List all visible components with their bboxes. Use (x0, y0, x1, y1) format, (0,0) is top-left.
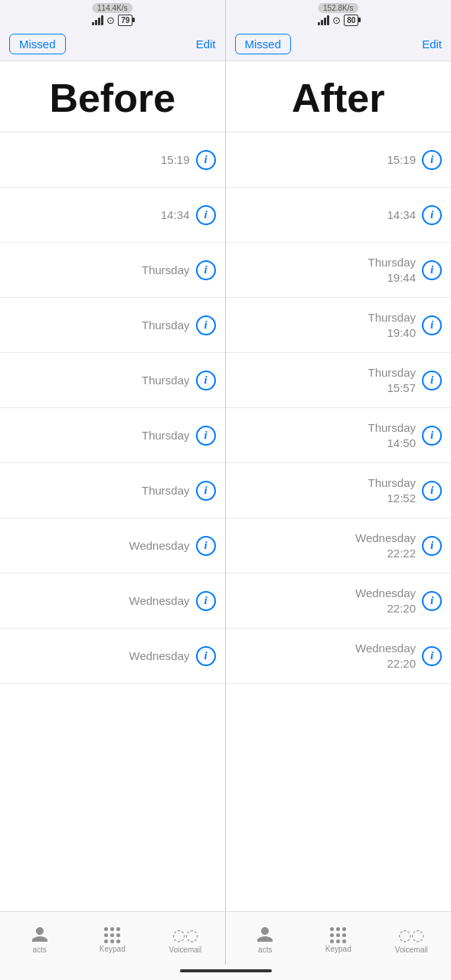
home-bar (180, 969, 272, 972)
call-item: Wednesday i (0, 518, 225, 573)
call-time: Wednesday 22:22 (355, 531, 416, 560)
call-time: 14:34 (387, 207, 416, 223)
info-icon[interactable]: i (196, 426, 216, 446)
info-icon[interactable]: i (422, 205, 442, 225)
missed-button-after[interactable]: Missed (235, 34, 292, 54)
keypad-icon-after (330, 927, 346, 943)
voicemail-label-after: Voicemail (395, 946, 428, 954)
call-item: Wednesday i (0, 629, 225, 684)
call-item: Thursday 19:44 i (226, 243, 452, 298)
status-pill-left: 114.4K/s (92, 3, 132, 13)
call-item: Wednesday i (0, 573, 225, 629)
info-icon[interactable]: i (422, 591, 442, 611)
call-item: Thursday i (0, 353, 225, 408)
tab-contacts-after[interactable]: acts (229, 926, 302, 954)
call-time: 14:34 (161, 207, 190, 223)
tab-keypad-before[interactable]: Keypad (76, 927, 149, 953)
tab-contacts-before[interactable]: acts (3, 926, 76, 954)
voicemail-icon-after: ◌◌ (398, 926, 424, 944)
panel-title-before: Before (0, 61, 225, 132)
tab-voicemail-after[interactable]: ◌◌ Voicemail (375, 926, 449, 954)
call-item: 15:19 i (0, 132, 225, 188)
keypad-label-before: Keypad (100, 945, 126, 953)
battery-left: 79 (118, 15, 132, 26)
call-time: Thursday (142, 263, 190, 278)
tab-bar-after: acts Keypad ◌◌ Voicemail (226, 912, 452, 965)
info-icon[interactable]: i (196, 371, 216, 390)
tab-bar: acts Keypad ◌◌ Voicemail acts (0, 911, 451, 965)
contacts-icon-after (256, 926, 274, 944)
info-icon[interactable]: i (196, 481, 216, 501)
panel-after: Missed Edit After 15:19 i 14:34 i Thursd… (226, 28, 452, 911)
call-time: Thursday 15:57 (368, 365, 416, 395)
keypad-label-after: Keypad (325, 945, 351, 953)
call-item: Thursday 19:40 i (226, 298, 452, 353)
status-bar-right: 152.8K/s ⊙ 80 (226, 0, 452, 28)
voicemail-label-before: Voicemail (169, 946, 202, 954)
info-icon[interactable]: i (422, 150, 442, 170)
call-time: Thursday 14:50 (368, 420, 416, 450)
missed-button-before[interactable]: Missed (9, 34, 66, 54)
info-icon[interactable]: i (422, 371, 442, 390)
call-time: 15:19 (387, 152, 416, 168)
call-time: Thursday 19:40 (368, 310, 416, 340)
call-list-after: 15:19 i 14:34 i Thursday 19:44 i Thursda… (226, 132, 452, 911)
call-item: 15:19 i (226, 132, 452, 188)
battery-right: 80 (344, 15, 358, 26)
edit-button-after[interactable]: Edit (422, 38, 442, 51)
call-item: Thursday 12:52 i (226, 463, 452, 518)
info-icon[interactable]: i (196, 315, 216, 335)
call-item: Thursday i (0, 463, 225, 518)
call-time: Wednesday 22:20 (355, 586, 416, 616)
call-time: Wednesday (129, 538, 190, 554)
call-time: Thursday (142, 318, 190, 333)
tab-voicemail-before[interactable]: ◌◌ Voicemail (149, 926, 221, 954)
keypad-icon-before (104, 927, 120, 943)
info-icon[interactable]: i (196, 646, 216, 666)
call-time: Thursday 19:44 (368, 255, 416, 285)
info-icon[interactable]: i (196, 260, 216, 280)
status-pill-right: 152.8K/s (318, 3, 358, 13)
panel-title-after: After (226, 61, 452, 132)
call-time: Wednesday (129, 593, 190, 609)
call-list-before: 15:19 i 14:34 i Thursday i Thursday i Th… (0, 132, 225, 911)
info-icon[interactable]: i (422, 315, 442, 335)
call-item: Wednesday 22:20 i (226, 573, 452, 629)
header-before: Missed Edit (0, 28, 225, 61)
signal-bars-left (92, 15, 103, 25)
edit-button-before[interactable]: Edit (196, 38, 216, 51)
wifi-icon-right: ⊙ (332, 15, 341, 26)
call-time: Thursday (142, 483, 190, 498)
info-icon[interactable]: i (196, 591, 216, 611)
call-item: Wednesday 22:22 i (226, 518, 452, 573)
status-bar-left: 114.4K/s ⊙ 79 (0, 0, 226, 28)
call-time: Wednesday 22:20 (355, 641, 416, 671)
contacts-label-after: acts (258, 946, 272, 954)
info-icon[interactable]: i (422, 426, 442, 446)
call-item: Thursday 14:50 i (226, 408, 452, 463)
info-icon[interactable]: i (196, 150, 216, 170)
call-item: Thursday i (0, 243, 225, 298)
call-time: Thursday (142, 373, 190, 388)
info-icon[interactable]: i (196, 205, 216, 225)
call-time: Thursday 12:52 (368, 475, 416, 505)
call-item: Thursday 15:57 i (226, 353, 452, 408)
panel-before: Missed Edit Before 15:19 i 14:34 i Thurs… (0, 28, 226, 911)
info-icon[interactable]: i (196, 536, 216, 556)
contacts-label-before: acts (32, 946, 46, 954)
main-content: Missed Edit Before 15:19 i 14:34 i Thurs… (0, 28, 451, 911)
info-icon[interactable]: i (422, 646, 442, 666)
tab-keypad-after[interactable]: Keypad (302, 927, 375, 953)
info-icon[interactable]: i (422, 536, 442, 556)
info-icon[interactable]: i (422, 481, 442, 501)
info-icon[interactable]: i (422, 260, 442, 280)
signal-bars-right (318, 15, 329, 25)
call-item: 14:34 i (226, 188, 452, 243)
voicemail-icon-before: ◌◌ (172, 926, 198, 944)
call-time: Thursday (142, 428, 190, 443)
call-item: 14:34 i (0, 188, 225, 243)
call-time: Wednesday (129, 648, 190, 664)
tab-bar-before: acts Keypad ◌◌ Voicemail (0, 912, 226, 965)
call-item: Wednesday 22:20 i (226, 629, 452, 684)
status-bar: 114.4K/s ⊙ 79 152.8K/s ⊙ 80 (0, 0, 451, 28)
